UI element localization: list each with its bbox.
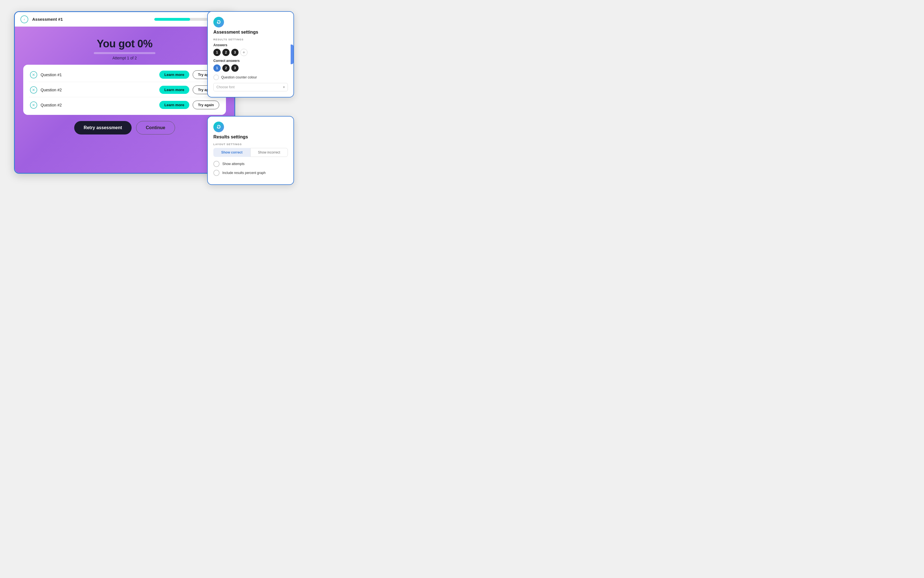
learn-more-button-1[interactable]: Learn more	[159, 71, 189, 79]
question-row: ✕ Question #1 Learn more Try again	[29, 68, 220, 82]
learn-more-button-2[interactable]: Learn more	[159, 86, 189, 94]
show-correct-incorrect-toggle: Show correct Show incorrect	[214, 148, 288, 157]
progress-bar-fill	[154, 18, 190, 21]
correct-answers-label: Correct answers	[214, 59, 288, 63]
question-label-3: Question #2	[40, 103, 156, 107]
incorrect-icon-3: ✕	[30, 101, 37, 109]
answer-bubble-1[interactable]: 1	[214, 49, 221, 56]
results-settings-card: G Results settings LAYOUT SETTINGS Show …	[207, 116, 294, 185]
main-content-area: You got 0% Attempt 1 of 2 ✕ Question #1 …	[15, 27, 235, 173]
back-button[interactable]: ‹	[21, 15, 28, 23]
question-label-1: Question #1	[40, 73, 156, 77]
answer-bubble-3[interactable]: 3	[231, 49, 239, 56]
bottom-action-buttons: Retry assessment Continue	[74, 121, 175, 135]
retry-assessment-button[interactable]: Retry assessment	[74, 121, 132, 135]
show-correct-button[interactable]: Show correct	[214, 148, 250, 157]
results-logo-char: G	[217, 124, 221, 130]
score-display: You got 0%	[97, 38, 152, 50]
attempt-indicator: Attempt 1 of 2	[112, 56, 137, 60]
correct-answers-bubbles: 1 2 3	[214, 65, 288, 72]
questions-panel: ✕ Question #1 Learn more Try again ✕ Que…	[23, 65, 226, 115]
include-graph-toggle[interactable]	[214, 170, 220, 176]
correct-bubble-2[interactable]: 2	[222, 65, 230, 72]
show-attempts-label: Show attempts	[222, 162, 244, 166]
results-settings-logo: G	[214, 122, 224, 132]
main-assessment-card: ‹ Assessment #1 ☰ You got 0% Attempt 1 o…	[14, 11, 235, 174]
include-graph-label: Include results percent graph	[222, 171, 266, 175]
show-attempts-toggle[interactable]	[214, 161, 220, 167]
try-again-button-3[interactable]: Try again	[193, 101, 219, 109]
correct-bubble-3[interactable]: 3	[231, 65, 239, 72]
right-accent-bar	[291, 45, 293, 64]
incorrect-icon-2: ✕	[30, 86, 37, 94]
question-counter-label: Question counter colour	[221, 75, 257, 79]
choose-font-dropdown[interactable]: Choose font ▾	[214, 83, 288, 91]
question-counter-radio[interactable]	[214, 75, 219, 80]
add-answer-button[interactable]: +	[240, 49, 248, 56]
question-counter-colour-row: Question counter colour	[214, 75, 288, 80]
question-row: ✕ Question #2 Learn more Try again	[29, 83, 220, 97]
question-label-2: Question #2	[40, 88, 156, 92]
answers-label: Answers	[214, 43, 288, 47]
layout-settings-label: LAYOUT SETTINGS	[214, 143, 288, 146]
correct-bubble-1[interactable]: 1	[214, 65, 221, 72]
show-incorrect-button[interactable]: Show incorrect	[250, 148, 288, 157]
results-settings-title: Results settings	[214, 135, 288, 140]
progress-bar	[154, 18, 216, 21]
learn-more-button-3[interactable]: Learn more	[159, 101, 189, 109]
settings-logo: G	[214, 17, 224, 28]
choose-font-placeholder: Choose font	[217, 85, 235, 89]
incorrect-icon-1: ✕	[30, 71, 37, 78]
answer-bubble-2[interactable]: 2	[222, 49, 230, 56]
score-progress-bar	[94, 52, 155, 54]
continue-button[interactable]: Continue	[136, 121, 175, 135]
results-settings-label: RESULTS SETTINGS	[214, 38, 288, 41]
assessment-settings-title: Assessment settings	[214, 30, 288, 35]
include-graph-row: Include results percent graph	[214, 170, 288, 176]
assessment-header: ‹ Assessment #1 ☰	[15, 12, 235, 27]
question-row: ✕ Question #2 Learn more Try again	[29, 98, 220, 112]
show-attempts-row: Show attempts	[214, 161, 288, 167]
dropdown-chevron-icon: ▾	[283, 85, 285, 89]
page-title: Assessment #1	[32, 17, 150, 21]
logo-char: G	[217, 19, 221, 25]
answers-bubbles: 1 2 3 +	[214, 49, 288, 56]
assessment-settings-card: G Assessment settings RESULTS SETTINGS A…	[207, 11, 294, 97]
